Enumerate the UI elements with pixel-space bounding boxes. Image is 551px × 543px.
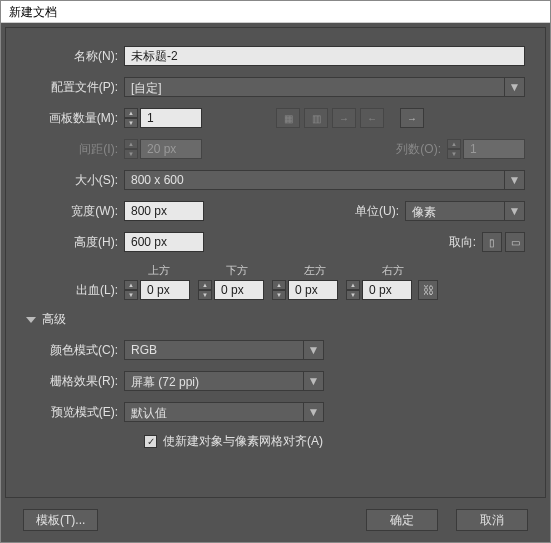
- artboards-label: 画板数量(M):: [26, 110, 124, 127]
- unit-dropdown-button[interactable]: ▼: [505, 201, 525, 221]
- bleed-left-label: 左方: [304, 263, 382, 278]
- name-input[interactable]: [124, 46, 525, 66]
- advanced-section[interactable]: 高级: [26, 311, 525, 328]
- size-select[interactable]: 800 x 600: [124, 170, 505, 190]
- template-button[interactable]: 模板(T)...: [23, 509, 98, 531]
- bleed-bottom-label: 下方: [226, 263, 304, 278]
- window-titlebar: 新建文档: [1, 1, 550, 23]
- bleed-top-stepper[interactable]: ▲▼: [124, 280, 138, 300]
- align-grid-label: 使新建对象与像素网格对齐(A): [163, 433, 323, 450]
- spacing-label: 间距(I):: [26, 141, 124, 158]
- bleed-left-stepper[interactable]: ▲▼: [272, 280, 286, 300]
- width-label: 宽度(W):: [26, 203, 124, 220]
- grid-col-icon[interactable]: ▥: [304, 108, 328, 128]
- align-grid-checkbox[interactable]: ✓: [144, 435, 157, 448]
- landscape-icon[interactable]: ▭: [505, 232, 525, 252]
- name-label: 名称(N):: [26, 48, 124, 65]
- height-input[interactable]: [124, 232, 204, 252]
- raster-label: 栅格效果(R):: [26, 373, 124, 390]
- bleed-label: 出血(L):: [26, 282, 124, 299]
- colormode-label: 颜色模式(C):: [26, 342, 124, 359]
- bleed-bottom-input[interactable]: [214, 280, 264, 300]
- size-label: 大小(S):: [26, 172, 124, 189]
- columns-input: [463, 139, 525, 159]
- artboards-input[interactable]: [140, 108, 202, 128]
- arrange-right-icon[interactable]: →: [332, 108, 356, 128]
- orient-label: 取向:: [418, 234, 482, 251]
- bleed-bottom-stepper[interactable]: ▲▼: [198, 280, 212, 300]
- spacing-stepper: ▲▼: [124, 139, 138, 159]
- width-input[interactable]: [124, 201, 204, 221]
- grid-row-icon[interactable]: ▦: [276, 108, 300, 128]
- raster-dropdown-button[interactable]: ▼: [304, 371, 324, 391]
- arrange-down-icon[interactable]: ←: [360, 108, 384, 128]
- portrait-icon[interactable]: ▯: [482, 232, 502, 252]
- window-title: 新建文档: [9, 5, 57, 19]
- arrange-arrow-icon[interactable]: →: [400, 108, 424, 128]
- advanced-label: 高级: [42, 311, 66, 328]
- unit-select[interactable]: 像素: [405, 201, 505, 221]
- ok-button[interactable]: 确定: [366, 509, 438, 531]
- spacing-input: [140, 139, 202, 159]
- profile-label: 配置文件(P):: [26, 79, 124, 96]
- cancel-button[interactable]: 取消: [456, 509, 528, 531]
- columns-label: 列数(O):: [377, 141, 447, 158]
- preview-label: 预览模式(E):: [26, 404, 124, 421]
- bleed-right-label: 右方: [382, 263, 460, 278]
- preview-dropdown-button[interactable]: ▼: [304, 402, 324, 422]
- size-dropdown-button[interactable]: ▼: [505, 170, 525, 190]
- columns-stepper: ▲▼: [447, 139, 461, 159]
- preview-select[interactable]: 默认值: [124, 402, 304, 422]
- raster-select[interactable]: 屏幕 (72 ppi): [124, 371, 304, 391]
- bleed-top-input[interactable]: [140, 280, 190, 300]
- colormode-dropdown-button[interactable]: ▼: [304, 340, 324, 360]
- bleed-top-label: 上方: [148, 263, 226, 278]
- disclosure-triangle-icon: [26, 317, 36, 323]
- colormode-select[interactable]: RGB: [124, 340, 304, 360]
- link-bleed-icon[interactable]: ⛓: [418, 280, 438, 300]
- unit-label: 单位(U):: [335, 203, 405, 220]
- height-label: 高度(H):: [26, 234, 124, 251]
- profile-dropdown-button[interactable]: ▼: [505, 77, 525, 97]
- profile-select[interactable]: [自定]: [124, 77, 505, 97]
- bleed-right-stepper[interactable]: ▲▼: [346, 280, 360, 300]
- artboards-stepper[interactable]: ▲▼: [124, 108, 138, 128]
- bleed-left-input[interactable]: [288, 280, 338, 300]
- bleed-right-input[interactable]: [362, 280, 412, 300]
